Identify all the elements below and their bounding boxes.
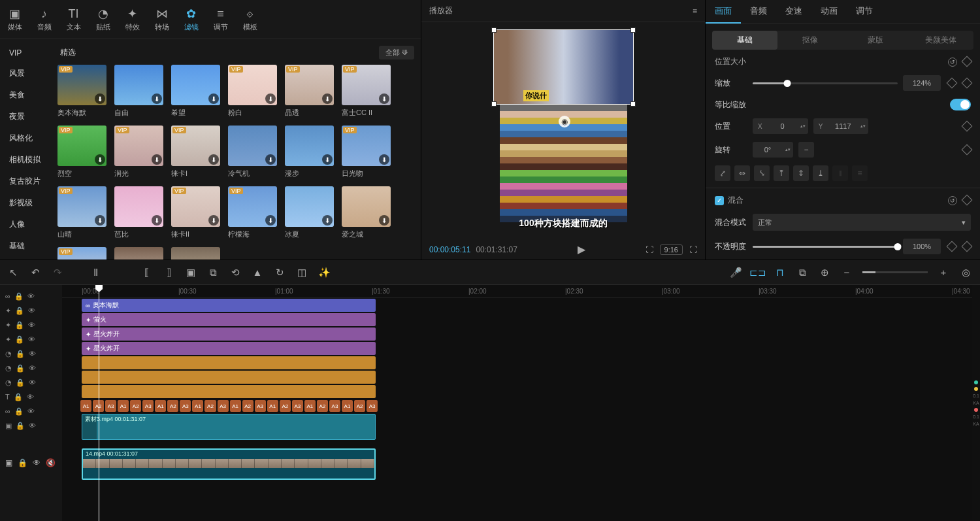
sidebar-item-人像[interactable]: 人像 [0, 214, 51, 235]
position-x-input[interactable]: X0▴▾ [753, 118, 808, 134]
filter-card[interactable]: VIP⬇日光吻 [342, 126, 391, 178]
marker[interactable]: A1 [230, 400, 241, 412]
position-y-input[interactable]: Y1117▴▾ [813, 118, 869, 134]
download-icon[interactable]: ⬇ [265, 93, 276, 104]
tool-特效[interactable]: ✦特效 [118, 4, 147, 35]
download-icon[interactable]: ⬇ [95, 215, 105, 226]
marker[interactable]: A3 [180, 400, 191, 412]
lock-icon[interactable]: 🔒 [18, 458, 27, 467]
reverse-icon[interactable]: ⟲ [229, 266, 242, 279]
keyframe-icon[interactable] [962, 56, 973, 67]
eye-icon[interactable]: 👁 [29, 350, 36, 358]
vfx-clip[interactable]: ✦萤火 [82, 313, 376, 326]
subtab-基础[interactable]: 基础 [712, 31, 777, 50]
filter-card[interactable]: VIP⬇富士CC II [342, 65, 391, 118]
playhead[interactable] [99, 285, 99, 521]
eye-icon[interactable]: 👁 [33, 458, 41, 467]
reset-icon[interactable]: ↺ [948, 58, 957, 67]
download-icon[interactable]: ⬇ [322, 154, 333, 165]
tab-动画[interactable]: 动画 [811, 0, 847, 24]
mirror-icon[interactable]: ▲ [251, 266, 264, 279]
gallery-all-button[interactable]: 全部 ⟱ [379, 46, 414, 59]
download-icon[interactable]: ⬇ [95, 154, 105, 165]
marker[interactable]: A1 [342, 400, 353, 412]
marker[interactable]: A2 [242, 400, 253, 412]
sidebar-item-影视级[interactable]: 影视级 [0, 192, 51, 214]
download-icon[interactable]: ⬇ [265, 154, 276, 165]
tool-模板[interactable]: ⟐模板 [235, 4, 265, 35]
marker[interactable]: A2 [280, 400, 291, 412]
download-icon[interactable]: ⬇ [379, 154, 389, 165]
download-icon[interactable]: ⬇ [322, 215, 333, 226]
tool-音频[interactable]: ♪音频 [29, 4, 59, 35]
keyframe-icon[interactable] [962, 194, 973, 205]
marker[interactable]: A1 [80, 400, 91, 412]
filter-card[interactable]: ⬇希望 [171, 65, 220, 118]
rotate-icon[interactable]: ↻ [273, 266, 286, 279]
play-button[interactable]: ▶ [578, 243, 585, 256]
align-center-v-icon[interactable]: ⇕ [793, 165, 809, 181]
lock-icon[interactable]: 🔒 [14, 292, 24, 301]
marker[interactable]: A3 [329, 400, 340, 412]
lock-icon[interactable]: 🔒 [14, 407, 24, 416]
eye-icon[interactable]: 👁 [27, 292, 35, 300]
keyframe-icon[interactable] [947, 241, 958, 252]
redo-icon[interactable]: ↷ [51, 266, 64, 279]
preview-axis-icon[interactable]: ⊕ [818, 266, 831, 279]
marker-track[interactable]: A1A2A3A1A2A3A1A2A3A1A2A3A1A2A3A1A2A3A1A2… [80, 399, 378, 412]
filter-card[interactable]: VIP⬇晶透 [285, 65, 334, 118]
align-bottom-icon[interactable]: ⤓ [813, 165, 828, 181]
sidebar-item-露营[interactable]: 露营 [0, 257, 51, 260]
subtab-抠像[interactable]: 抠像 [777, 31, 843, 50]
fullscreen-icon[interactable]: ⛶ [689, 245, 697, 254]
uniform-scale-toggle[interactable] [950, 99, 971, 110]
aspect-ratio[interactable]: 9:16 [660, 244, 683, 255]
undo-icon[interactable]: ↶ [29, 266, 42, 279]
link-clip[interactable]: ∞奥本海默 [82, 299, 376, 312]
sidebar-item-VIP[interactable]: VIP [0, 43, 51, 63]
main-video-clip[interactable]: 14.mp4 00:01:31:07 [82, 448, 376, 480]
audio-clip[interactable] [82, 385, 376, 398]
blend-checkbox[interactable]: ✓ [715, 196, 724, 205]
mute-icon[interactable]: 🔇 [46, 458, 56, 467]
split-icon[interactable]: Ⅱ [89, 266, 102, 279]
keyframe-icon[interactable] [962, 144, 973, 156]
zoom-in-icon[interactable]: + [937, 266, 950, 279]
link-icon[interactable]: ⧉ [796, 266, 809, 279]
eye-icon[interactable]: 👁 [27, 393, 34, 401]
lock-icon[interactable]: 🔒 [16, 350, 25, 358]
lock-icon[interactable]: 🔒 [15, 321, 24, 329]
duplicate-icon[interactable]: ⧉ [206, 266, 220, 279]
marker[interactable]: A3 [292, 400, 303, 412]
marker[interactable]: A3 [255, 400, 266, 412]
opacity-value[interactable]: 100% [903, 239, 941, 254]
sidebar-item-风格化[interactable]: 风格化 [0, 127, 51, 149]
download-icon[interactable]: ⬇ [379, 93, 389, 104]
keyframe-icon[interactable] [962, 78, 973, 89]
select-tool-icon[interactable]: ↖ [7, 266, 20, 279]
sidebar-item-相机模拟[interactable]: 相机模拟 [0, 149, 51, 171]
align-right-icon[interactable]: ⤥ [754, 165, 770, 181]
distribute-v-icon[interactable]: ≡ [852, 165, 868, 181]
sidebar-item-风景[interactable]: 风景 [0, 63, 51, 84]
download-icon[interactable]: ⬇ [265, 215, 276, 226]
align-left-icon[interactable]: ⤤ [715, 165, 730, 181]
scale-value[interactable]: 124% [903, 75, 941, 91]
audio-clip[interactable] [82, 371, 376, 384]
filter-card[interactable]: ⬇芭比 [114, 186, 163, 239]
sidebar-item-夜景[interactable]: 夜景 [0, 106, 51, 127]
filter-card[interactable]: ⬇自由 [114, 65, 163, 118]
snap-icon[interactable]: ⊓ [774, 266, 787, 279]
download-icon[interactable]: ⬇ [152, 93, 162, 104]
marker[interactable]: A1 [267, 400, 278, 412]
subtab-蒙版[interactable]: 蒙版 [843, 31, 908, 50]
crop-tool-icon[interactable]: ▣ [184, 266, 197, 279]
tab-调节[interactable]: 调节 [847, 0, 882, 24]
lock-icon[interactable]: 🔒 [16, 378, 25, 387]
marker[interactable]: A1 [192, 400, 203, 412]
sidebar-item-复古胶片[interactable]: 复古胶片 [0, 171, 51, 192]
zoom-out-icon[interactable]: − [840, 266, 853, 279]
opacity-slider[interactable] [753, 246, 898, 248]
tab-音频[interactable]: 音频 [741, 0, 776, 24]
filter-card[interactable]: VIP⬇润光 [114, 126, 163, 178]
